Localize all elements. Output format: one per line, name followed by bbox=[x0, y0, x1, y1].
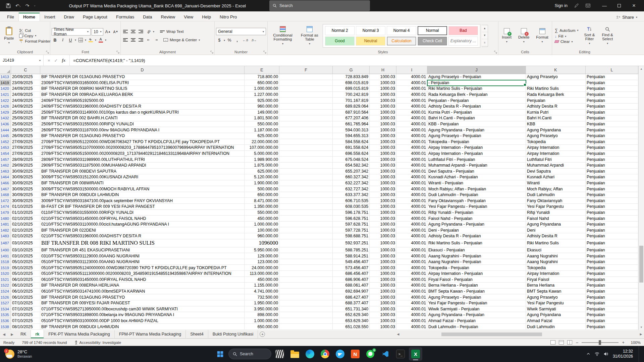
cell-E1535[interactable]: 898.000.00 bbox=[245, 312, 279, 318]
row-header-1481[interactable]: 1481 bbox=[0, 222, 11, 228]
cell-D1521[interactable]: 0610/FTSCY/WS95031450000.00FIRYAL FAISOL… bbox=[40, 277, 245, 283]
cell-J1524[interactable]: BMT Septa Kawan - Penjualan bbox=[427, 289, 526, 295]
cell-E1524[interactable]: 4.741.000.00 bbox=[245, 289, 279, 295]
cell-E1466[interactable]: 1.900.000.00 bbox=[245, 180, 279, 186]
cut-button[interactable]: Cut bbox=[18, 28, 52, 33]
cell-D1483[interactable]: 0210/FTSCY/WS95031960000.00ADHISTY DESIT… bbox=[40, 233, 245, 239]
cell-K1479[interactable]: Rifqi Yunaldi bbox=[526, 210, 586, 216]
cell-style-normal-3[interactable]: Normal 3 bbox=[356, 26, 385, 35]
cell-F1518[interactable] bbox=[279, 259, 333, 265]
column-header-c[interactable]: C bbox=[11, 66, 40, 74]
gallery-up-icon[interactable]: ▲ bbox=[482, 25, 488, 32]
cell-F1463[interactable] bbox=[279, 169, 333, 175]
cell-L1468[interactable]: Penjualan bbox=[586, 192, 638, 198]
sort-filter-button[interactable]: Sort & Filter▾ bbox=[581, 26, 598, 46]
cell-F1464[interactable] bbox=[279, 174, 333, 180]
cell-C1445[interactable]: 26/09/2025 bbox=[11, 133, 40, 139]
cell-L1524[interactable]: Penjualan bbox=[586, 289, 638, 295]
cell-H1436[interactable]: 1000.03 bbox=[370, 121, 396, 127]
cell-style-check-cell[interactable]: Check Cell bbox=[418, 37, 447, 46]
cell-I1491[interactable]: 4000.01 bbox=[396, 253, 427, 259]
cell-G1444[interactable]: 594.030.313 bbox=[333, 127, 370, 133]
align-right-icon[interactable] bbox=[138, 37, 144, 43]
cell-style-neutral[interactable]: Neutral bbox=[356, 37, 385, 46]
row-header-1464[interactable]: 1464 bbox=[0, 174, 11, 180]
cell-F1482[interactable] bbox=[279, 227, 333, 233]
cell-D1519[interactable]: 0510/FTSCY/WS95051240000000.00WD36872039… bbox=[40, 265, 245, 271]
row-header-1474[interactable]: 1474 bbox=[0, 204, 11, 210]
cell-J1454[interactable]: Airpay Internation - Penjualan bbox=[427, 151, 526, 157]
hscroll-left-icon[interactable]: ◀ bbox=[395, 333, 401, 336]
cell-I1466[interactable]: 4000.01 bbox=[396, 180, 427, 186]
cell-F1491[interactable] bbox=[279, 253, 333, 259]
cell-F1452[interactable] bbox=[279, 139, 333, 145]
cell-H1463[interactable]: 1000.03 bbox=[370, 169, 396, 175]
cell-I1419[interactable]: 4000.01 bbox=[396, 80, 427, 86]
cell-C1535[interactable]: 07/10/2025 bbox=[11, 312, 40, 318]
cell-E1445[interactable]: 625.000.00 bbox=[245, 133, 279, 139]
cell-E1457[interactable]: 1.989.900.00 bbox=[245, 157, 279, 163]
cell-H1479[interactable]: 1000.03 bbox=[370, 210, 396, 216]
align-bottom-icon[interactable] bbox=[138, 28, 144, 35]
cell-H1426[interactable]: 1000.03 bbox=[370, 104, 396, 110]
vertical-scroll-thumb[interactable] bbox=[639, 246, 643, 283]
cell-F1527[interactable] bbox=[279, 300, 333, 306]
cell-K1518[interactable]: Aaang Nugrahini bbox=[526, 259, 586, 265]
cell-H1472[interactable]: 1000.03 bbox=[370, 198, 396, 204]
cell-C1534[interactable]: 07/10/2025 bbox=[11, 306, 40, 312]
cell-K1457[interactable]: Luthfiatul Fitri bbox=[526, 157, 586, 163]
cell-style-bad[interactable]: Bad bbox=[448, 26, 478, 35]
cell-J1536[interactable]: Ahmad Faizal - Penjualan bbox=[427, 318, 526, 324]
row-header-1534[interactable]: 1534 bbox=[0, 306, 11, 312]
page-layout-view-button[interactable] bbox=[559, 340, 564, 345]
row-header-1524[interactable]: 1524 bbox=[0, 289, 11, 295]
cell-J1413[interactable]: Agung Prrasetyo - Penjualan bbox=[427, 74, 526, 80]
page-break-view-button[interactable] bbox=[567, 340, 572, 345]
cell-D1536[interactable]: 0510/FTSCY/WS95031000000.00DP 1000 box A… bbox=[40, 318, 245, 324]
cell-H1521[interactable]: 1000.03 bbox=[370, 277, 396, 283]
cell-H1419[interactable]: 1000.03 bbox=[370, 80, 396, 86]
cell-G1538[interactable]: 651.028.550 bbox=[333, 324, 370, 330]
cell-D1457[interactable]: 2809/FTSCY/WS950311989900.00LUTHFIATHUL … bbox=[40, 157, 245, 163]
cell-F1487[interactable] bbox=[279, 239, 333, 247]
horizontal-scrollbar[interactable]: ◀ ▶ bbox=[395, 330, 644, 338]
cell-L1426[interactable]: Penjualan bbox=[586, 104, 638, 110]
row-header-1420[interactable]: 1420 bbox=[0, 86, 11, 92]
cell-L1526[interactable]: Penjualan bbox=[586, 294, 638, 300]
row-header-1432[interactable]: 1432 bbox=[0, 115, 11, 121]
cell-H1481[interactable]: 1000.03 bbox=[370, 222, 396, 228]
cell-D1413[interactable]: BIF TRANSFER DR 013AGUNG PRASETYO bbox=[40, 74, 245, 80]
cell-H1487[interactable]: 1000.03 bbox=[370, 239, 396, 247]
cell-K1482[interactable]: Deni bbox=[526, 227, 586, 233]
cell-E1454[interactable]: 5.000.000.00 bbox=[245, 151, 279, 157]
cell-D1534[interactable]: 0710/FTSCY/WS952713950000.00boxcrushdp c… bbox=[40, 306, 245, 312]
cell-D1524[interactable]: 0610/FTSCY/WS950314741000.00bmtSEPTA KAR… bbox=[40, 289, 245, 295]
cell-E1527[interactable]: 1.950.000.00 bbox=[245, 300, 279, 306]
cell-L1483[interactable]: Penjualan bbox=[586, 233, 638, 239]
cell-L1480[interactable]: Penjualan bbox=[586, 216, 638, 222]
cell-G1481[interactable]: 597.628.751 bbox=[333, 222, 370, 228]
row-header-1453[interactable]: 1453 bbox=[0, 145, 11, 151]
cell-F1526[interactable] bbox=[279, 294, 333, 300]
sheet-nav-left-icon[interactable]: ◀ bbox=[0, 330, 8, 338]
cell-D1452[interactable]: 2709/FTSCY/WS95051220000.00WD367063427 T… bbox=[40, 139, 245, 145]
cell-L1522[interactable]: Penjualan bbox=[586, 283, 638, 289]
alignment-dialog-launcher-icon[interactable] bbox=[210, 51, 213, 54]
cell-K1522[interactable]: Berna Herliana bbox=[526, 283, 586, 289]
sign-in-button[interactable]: Sign in bbox=[555, 3, 568, 8]
cell-J1538[interactable]: Dudi Lahmudin - Penjualan bbox=[427, 324, 526, 330]
cell-J1445[interactable]: Agung Prrasetyo - Penjualan bbox=[427, 133, 526, 139]
file-explorer-icon[interactable] bbox=[288, 347, 302, 361]
cell-L1535[interactable]: Penjualan bbox=[586, 312, 638, 318]
cell-G1429[interactable]: 687.910.564 bbox=[333, 110, 370, 116]
cell-G1420[interactable]: 699.015.819 bbox=[333, 86, 370, 92]
ribbon-tab-nitro-pro[interactable]: Nitro Pro bbox=[215, 13, 241, 21]
cell-D1520[interactable]: 0510/FTSCY/WS95051113000000.00200008203_… bbox=[40, 271, 245, 277]
cell-I1527[interactable]: 4000.01 bbox=[396, 300, 427, 306]
cell-I1490[interactable]: 4000.01 bbox=[396, 247, 427, 253]
cell-K1481[interactable]: Agung Priyandana bbox=[526, 222, 586, 228]
cell-L1432[interactable]: Penjualan bbox=[586, 115, 638, 121]
nitro-icon[interactable]: N bbox=[348, 347, 362, 361]
hscroll-right-icon[interactable]: ▶ bbox=[638, 333, 644, 336]
cell-F1457[interactable] bbox=[279, 157, 333, 163]
